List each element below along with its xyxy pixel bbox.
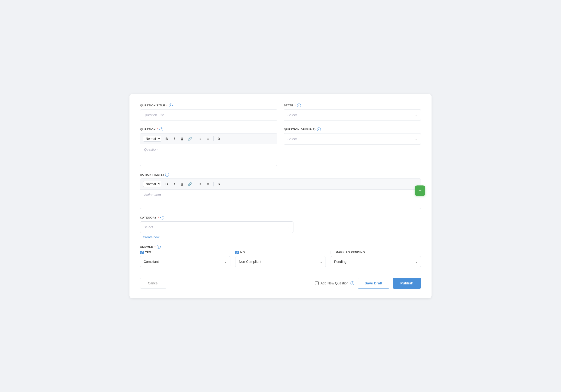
answer-row: YES Compliant ⌄ NO Non-Compliant <box>140 251 421 267</box>
required-star-answer: * <box>154 245 156 248</box>
question-italic-btn[interactable]: I <box>171 135 178 142</box>
add-new-question-checkbox[interactable] <box>315 281 319 285</box>
question-groups-info-icon[interactable]: i <box>317 127 321 131</box>
action-ordered-list-btn[interactable]: ≡ <box>197 181 204 187</box>
question-title-input[interactable] <box>140 109 277 121</box>
no-col: NO Non-Compliant ⌄ <box>235 251 325 267</box>
required-star-state: * <box>294 104 296 107</box>
question-groups-select[interactable]: Select... <box>284 133 421 145</box>
footer-right: Add New Question i Save Draft Publish <box>315 278 421 289</box>
row-title-state: QUESTION TITLE * i STATE * i Select... ⌄ <box>140 104 421 121</box>
question-editor-body[interactable]: Question <box>140 144 277 166</box>
cancel-button[interactable]: Cancel <box>140 278 166 289</box>
action-italic-btn[interactable]: I <box>171 181 178 187</box>
category-label: CATEGORY * i <box>140 216 421 220</box>
answer-label: ANSWER * i <box>140 245 421 249</box>
compliant-select[interactable]: Compliant <box>140 256 230 267</box>
toolbar-divider-1 <box>195 136 195 141</box>
answer-section: ANSWER * i YES Compliant ⌄ <box>140 245 421 267</box>
pending-select[interactable]: Pending <box>331 256 421 267</box>
question-groups-select-wrapper: Select... ⌄ <box>284 133 421 145</box>
plus-icon: + <box>419 188 422 194</box>
yes-col: YES Compliant ⌄ <box>140 251 230 267</box>
category-select-wrapper: Select... ⌄ <box>140 221 293 233</box>
question-toolbar: Normal B I U 🔗 ≡ ≡ Ix <box>140 133 277 144</box>
action-items-section: ACTION ITEM(S) i Normal B I U 🔗 ≡ ≡ Ix A… <box>140 173 421 209</box>
state-info-icon[interactable]: i <box>297 104 301 107</box>
save-draft-button[interactable]: Save Draft <box>358 278 389 289</box>
add-new-question-wrap: Add New Question i <box>315 281 354 285</box>
non-compliant-select-wrapper: Non-Compliant ⌄ <box>235 256 325 267</box>
question-underline-btn[interactable]: U <box>179 135 185 142</box>
question-format-select[interactable]: Normal <box>143 136 161 142</box>
question-clear-btn[interactable]: Ix <box>216 135 222 142</box>
action-unordered-list-btn[interactable]: ≡ <box>205 181 211 187</box>
question-ordered-list-btn[interactable]: ≡ <box>197 135 204 142</box>
yes-checkbox-label[interactable]: YES <box>140 251 230 254</box>
question-groups-label: QUESTION GROUP(S) i <box>284 127 421 131</box>
state-label: STATE * i <box>284 104 421 107</box>
state-col: STATE * i Select... ⌄ <box>284 104 421 121</box>
answer-info-icon[interactable]: i <box>157 245 161 249</box>
required-star: * <box>166 104 168 107</box>
state-select-wrapper: Select... ⌄ <box>284 109 421 121</box>
action-items-editor: Normal B I U 🔗 ≡ ≡ Ix Action Item <box>140 179 421 209</box>
add-action-item-button[interactable]: + <box>415 185 425 196</box>
state-select[interactable]: Select... <box>284 109 421 121</box>
toolbar-divider-2 <box>213 136 214 141</box>
no-checkbox[interactable] <box>235 251 239 254</box>
question-title-label: QUESTION TITLE * i <box>140 104 277 107</box>
no-checkbox-label[interactable]: NO <box>235 251 325 254</box>
category-select[interactable]: Select... <box>140 221 293 233</box>
question-title-info-icon[interactable]: i <box>169 104 173 107</box>
compliant-select-wrapper: Compliant ⌄ <box>140 256 230 267</box>
action-bold-btn[interactable]: B <box>163 181 170 187</box>
category-section: CATEGORY * i Select... ⌄ + Create new <box>140 216 421 239</box>
action-toolbar-divider-2 <box>213 182 214 186</box>
action-items-toolbar: Normal B I U 🔗 ≡ ≡ Ix <box>140 179 421 190</box>
question-info-icon[interactable]: i <box>159 127 163 131</box>
publish-button[interactable]: Publish <box>393 278 421 289</box>
category-info-icon[interactable]: i <box>160 216 164 220</box>
action-items-editor-body[interactable]: Action Item <box>140 190 421 209</box>
add-new-question-info-icon[interactable]: i <box>351 281 354 285</box>
question-editor: Normal B I U 🔗 ≡ ≡ Ix Question <box>140 133 277 166</box>
action-link-btn[interactable]: 🔗 <box>186 181 193 187</box>
form-footer: Cancel Add New Question i Save Draft Pub… <box>140 275 421 289</box>
question-bold-btn[interactable]: B <box>163 135 170 142</box>
question-title-col: QUESTION TITLE * i <box>140 104 277 121</box>
question-label: QUESTION * i <box>140 127 277 131</box>
question-unordered-list-btn[interactable]: ≡ <box>205 135 211 142</box>
yes-checkbox[interactable] <box>140 251 144 254</box>
non-compliant-select[interactable]: Non-Compliant <box>235 256 325 267</box>
action-toolbar-divider-1 <box>195 182 195 186</box>
action-items-info-icon[interactable]: i <box>165 173 169 177</box>
pending-select-wrapper: Pending ⌄ <box>331 256 421 267</box>
create-new-link[interactable]: + Create new <box>140 235 159 239</box>
question-col: QUESTION * i Normal B I U 🔗 ≡ ≡ Ix <box>140 127 277 166</box>
form-card: QUESTION TITLE * i STATE * i Select... ⌄ <box>129 94 432 298</box>
required-star-category: * <box>158 216 159 219</box>
question-groups-col: QUESTION GROUP(S) i Select... ⌄ <box>284 127 421 166</box>
action-underline-btn[interactable]: U <box>179 181 185 187</box>
action-items-label: ACTION ITEM(S) i <box>140 173 421 177</box>
question-link-btn[interactable]: 🔗 <box>186 135 193 142</box>
required-star-question: * <box>157 128 158 131</box>
pending-checkbox[interactable] <box>331 251 334 254</box>
row-question-groups: QUESTION * i Normal B I U 🔗 ≡ ≡ Ix <box>140 127 421 166</box>
pending-checkbox-label[interactable]: MARK AS PENDING <box>331 251 421 254</box>
action-clear-btn[interactable]: Ix <box>216 181 222 187</box>
action-items-format-select[interactable]: Normal <box>143 181 161 187</box>
pending-col: MARK AS PENDING Pending ⌄ <box>331 251 421 267</box>
